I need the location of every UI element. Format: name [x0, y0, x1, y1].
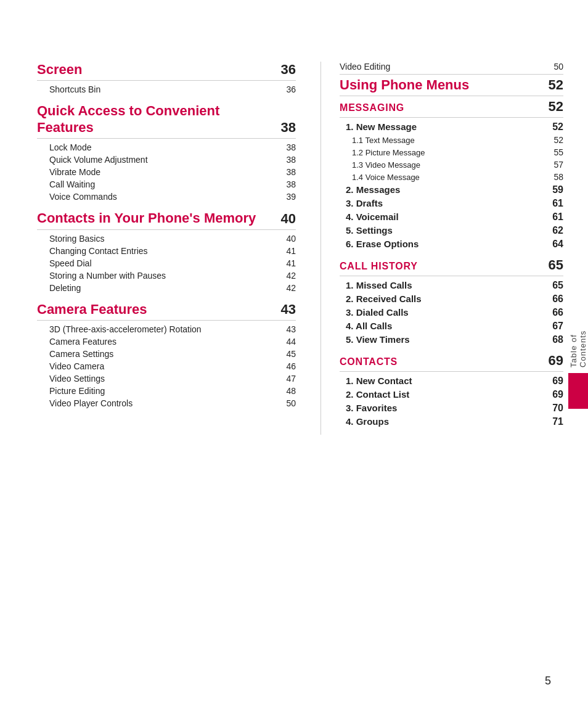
rtoc-item-label: 5. View Timers: [346, 334, 410, 345]
toc-group: Quick Access to Convenient Features38Loc…: [37, 103, 296, 203]
toc-subsection-row: Lock Mode38: [37, 141, 296, 154]
toc-page-num: 40: [281, 211, 296, 227]
toc-subsection-label: Lock Mode: [49, 142, 91, 152]
rtoc-item-page: 64: [552, 239, 563, 250]
toc-subsection-row: Picture Editing48: [37, 385, 296, 397]
toc-subsection-row: Video Camera46: [37, 360, 296, 372]
toc-subsection-row: Storing a Number with Pauses42: [37, 269, 296, 282]
rtoc-category-group: CALL HISTORY651. Missed Calls652. Receiv…: [340, 257, 563, 347]
rtoc-item-row: 2. Messages59: [340, 183, 563, 197]
rtoc-top-label: Video Editing: [340, 62, 390, 72]
toc-section-heading: Camera Features: [37, 302, 275, 318]
toc-subsection-label: Storing a Number with Pauses: [49, 271, 166, 281]
toc-section-row: Screen36: [37, 62, 296, 81]
toc-subsection-page: 47: [286, 374, 296, 384]
toc-section-row: Camera Features43: [37, 302, 296, 321]
rtoc-subitem-label: 1.2 Picture Message: [352, 148, 425, 157]
toc-subsection-page: 36: [286, 84, 296, 94]
toc-subsection-page: 48: [286, 386, 296, 396]
toc-subsection-page: 38: [286, 142, 296, 152]
rtoc-item-row: 4. All Calls67: [340, 319, 563, 333]
rtoc-item-row: 3. Favorites70: [340, 401, 563, 415]
toc-page-num: 36: [281, 62, 296, 78]
toc-subsection-label: Camera Features: [49, 337, 116, 347]
rtoc-item-page: 59: [552, 184, 563, 195]
toc-subsection-page: 42: [286, 283, 296, 293]
rtoc-category-page: 69: [549, 353, 563, 369]
toc-subsection-label: 3D (Three-axis-accelerometer) Rotation: [49, 324, 202, 334]
toc-subsection-row: Changing Contact Entries41: [37, 245, 296, 257]
toc-subsection-row: Deleting42: [37, 282, 296, 294]
toc-section-heading: Contacts in Your Phone's Memory: [37, 210, 275, 226]
rtoc-item-row: 4. Groups71: [340, 415, 563, 429]
toc-subsection-page: 46: [286, 361, 296, 371]
toc-group: Camera Features433D (Three-axis-accelero…: [37, 302, 296, 409]
rtoc-main-section-row: Using Phone Menus52: [340, 77, 563, 96]
rtoc-item-label: 6. Erase Options: [346, 239, 419, 249]
toc-subsection-row: Video Settings47: [37, 372, 296, 385]
rtoc-item-row: 2. Received Calls66: [340, 292, 563, 306]
rtoc-subitem-row: 1.2 Picture Message55: [340, 146, 563, 158]
rtoc-item-page: 61: [552, 211, 563, 223]
toc-subsection-label: Speed Dial: [49, 258, 92, 268]
toc-subsection-label: Shortcuts Bin: [49, 84, 100, 94]
rtoc-item-row: 1. Missed Calls65: [340, 279, 563, 292]
rtoc-subitem-page: 55: [553, 147, 563, 157]
toc-subsection-label: Storing Basics: [49, 234, 104, 244]
toc-subsection-row: Storing Basics40: [37, 232, 296, 245]
toc-subsection-label: Voice Commands: [49, 192, 117, 202]
rtoc-category-row: CONTACTS69: [340, 353, 563, 372]
toc-subsection-label: Quick Volume Adjustment: [49, 155, 148, 165]
rtoc-item-page: 66: [552, 293, 563, 305]
rtoc-category-page: 65: [549, 257, 563, 273]
rtoc-subitem-label: 1.3 Video Message: [352, 160, 420, 170]
rtoc-item-page: 66: [552, 307, 563, 318]
rtoc-subitem-row: 1.4 Voice Message58: [340, 171, 563, 183]
toc-subsection-row: 3D (Three-axis-accelerometer) Rotation43: [37, 323, 296, 335]
rtoc-category-heading: CALL HISTORY: [340, 261, 418, 272]
rtoc-item-label: 3. Favorites: [346, 403, 397, 413]
rtoc-item-label: 2. Messages: [346, 184, 400, 195]
rtoc-item-row: 5. View Timers68: [340, 333, 563, 347]
rtoc-item-label: 2. Received Calls: [346, 293, 422, 304]
rtoc-item-row: 6. Erase Options64: [340, 237, 563, 251]
rtoc-main-heading: Using Phone Menus: [340, 77, 469, 93]
toc-subsection-row: Video Player Controls50: [37, 397, 296, 409]
rtoc-category-heading: CONTACTS: [340, 356, 398, 367]
rtoc-item-page: 69: [552, 389, 563, 400]
toc-subsection-label: Picture Editing: [49, 386, 105, 396]
toc-section-multiline: Quick Access to Convenient Features38: [37, 103, 296, 139]
rtoc-item-label: 5. Settings: [346, 225, 393, 236]
rtoc-item-label: 4. Voicemail: [346, 211, 399, 222]
toc-subsection-page: 42: [286, 271, 296, 281]
toc-subsection-label: Vibrate Mode: [49, 167, 100, 177]
rtoc-item-page: 71: [552, 416, 563, 427]
toc-section-heading: Quick Access to Convenient Features: [37, 103, 275, 136]
toc-subsection-page: 38: [286, 179, 296, 189]
page-number: 5: [545, 675, 551, 688]
rtoc-item-row: 5. Settings62: [340, 224, 563, 237]
rtoc-item-page: 61: [552, 198, 563, 209]
toc-subsection-page: 40: [286, 234, 296, 244]
rtoc-item-row: 1. New Message52: [340, 120, 563, 134]
toc-subsection-page: 50: [286, 398, 296, 408]
side-tab-text: Table of Contents: [569, 298, 587, 367]
toc-subsection-row: Camera Features44: [37, 335, 296, 348]
toc-subsection-page: 38: [286, 167, 296, 177]
toc-subsection-row: Call Waiting38: [37, 178, 296, 191]
rtoc-item-row: 3. Dialed Calls66: [340, 306, 563, 319]
toc-subsection-row: Voice Commands39: [37, 191, 296, 203]
rtoc-item-label: 3. Dialed Calls: [346, 307, 409, 318]
rtoc-subitem-page: 58: [553, 172, 563, 182]
toc-page-num: 38: [281, 120, 296, 136]
toc-subsection-page: 41: [286, 246, 296, 256]
side-tab: Table of Contents: [568, 298, 588, 409]
toc-subsection-page: 39: [286, 192, 296, 202]
rtoc-top-row: Video Editing50: [340, 62, 563, 75]
toc-section-multiline: Contacts in Your Phone's Memory40: [37, 210, 296, 229]
toc-subsection-page: 44: [286, 337, 296, 347]
toc-subsection-label: Video Player Controls: [49, 398, 133, 408]
rtoc-item-page: 52: [552, 121, 563, 133]
rtoc-item-page: 68: [552, 334, 563, 345]
toc-subsection-label: Changing Contact Entries: [49, 246, 148, 256]
